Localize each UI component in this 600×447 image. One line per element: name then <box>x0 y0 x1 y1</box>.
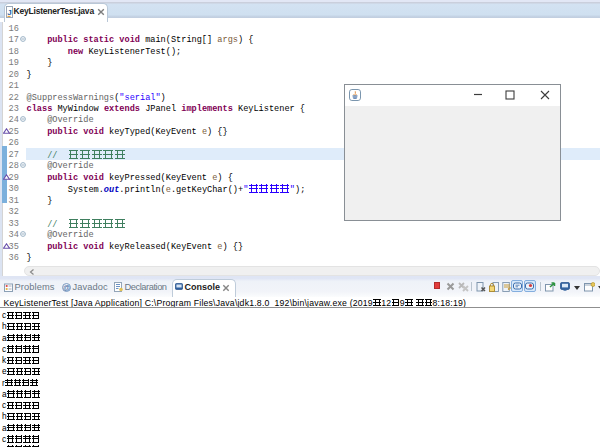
svg-text:@: @ <box>62 284 69 291</box>
svg-text:J: J <box>7 7 11 16</box>
